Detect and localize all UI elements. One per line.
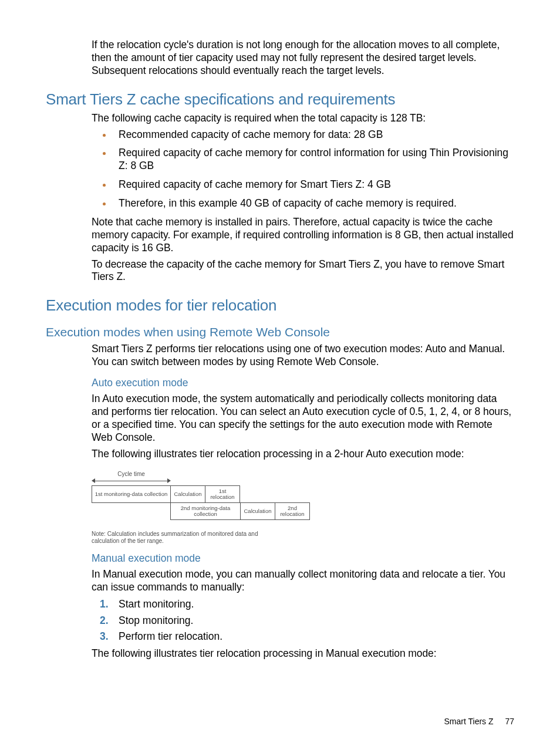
subsection-rwc-heading: Execution modes when using Remote Web Co… (46, 325, 514, 339)
cache-note-paragraph: Note that cache memory is installed in p… (92, 216, 514, 255)
rwc-paragraph: Smart Tiers Z performs tier relocations … (92, 343, 514, 369)
diagram-box-1st-monitor: 1st monitoring-data collection (92, 485, 171, 503)
cache-bullet-list: Recommended capacity of cache memory for… (92, 129, 514, 210)
diagram-box-1st-reloc: 1st relocation (205, 485, 240, 503)
list-item: Required capacity of cache memory for Sm… (113, 178, 514, 191)
list-item: Perform tier relocation. (113, 630, 514, 644)
manual-steps-list: Start monitoring. Stop monitoring. Perfo… (92, 598, 514, 644)
diagram-box-calc-2: Calculation (240, 502, 275, 520)
section-execution-modes-heading: Execution modes for tier relocation (46, 296, 514, 315)
cycle-diagram: Cycle time 1st monitoring-data collectio… (92, 471, 326, 544)
auto-mode-heading: Auto execution mode (92, 377, 514, 389)
cycle-time-label: Cycle time (92, 471, 171, 477)
manual-mode-heading: Manual execution mode (92, 552, 514, 565)
diagram-note: Note: Calculation includes summarization… (92, 531, 279, 544)
footer-page-number: 77 (505, 717, 514, 726)
auto-mode-paragraph-1: In Auto execution mode, the system autom… (92, 393, 514, 444)
intro-paragraph: If the relocation cycle's duration is no… (92, 39, 514, 77)
auto-mode-paragraph-2: The following illustrates tier relocatio… (92, 448, 514, 461)
manual-mode-paragraph-2: The following illustrates tier relocatio… (92, 647, 514, 660)
list-item: Therefore, in this example 40 GB of capa… (113, 197, 514, 210)
list-item: Start monitoring. (113, 598, 514, 612)
page-footer: Smart Tiers Z 77 (444, 717, 514, 726)
footer-section-label: Smart Tiers Z (444, 717, 494, 726)
section-cache-spec-heading: Smart Tiers Z cache specifications and r… (46, 90, 514, 109)
diagram-box-2nd-reloc: 2nd relocation (275, 502, 310, 520)
cycle-arrow-icon (92, 478, 171, 484)
diagram-box-2nd-monitor: 2nd monitoring-data collection (170, 502, 241, 520)
list-item: Recommended capacity of cache memory for… (113, 129, 514, 141)
manual-mode-paragraph-1: In Manual execution mode, you can manual… (92, 568, 514, 594)
list-item: Stop monitoring. (113, 614, 514, 628)
diagram-box-calc-1: Calculation (170, 485, 205, 503)
cache-lead-paragraph: The following cache capacity is required… (92, 112, 514, 125)
list-item: Required capacity of cache memory for co… (113, 147, 514, 173)
cache-decrease-paragraph: To decrease the capacity of the cache me… (92, 258, 514, 284)
